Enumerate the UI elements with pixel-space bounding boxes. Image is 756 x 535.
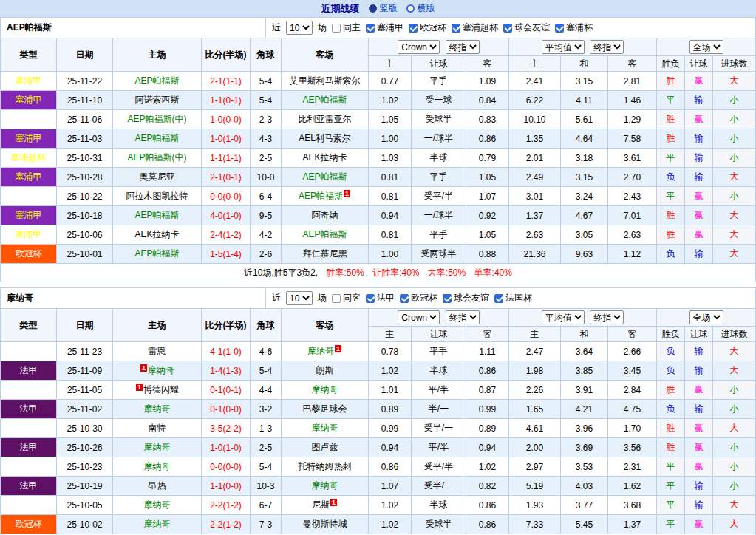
league-filter[interactable]: 塞浦杯 [555, 21, 593, 34]
team-name-link[interactable]: AEP帕福斯 [134, 248, 179, 259]
league-cell[interactable]: 法甲 [1, 438, 57, 457]
team-name-link[interactable]: 南特 [149, 423, 166, 433]
score-cell[interactable]: 0-0(0-0) [202, 457, 251, 477]
team-name-link[interactable]: 昂热 [149, 480, 166, 491]
checkbox-icon[interactable] [494, 294, 503, 303]
team-name-link[interactable]: 曼彻斯特城 [303, 519, 347, 529]
league-cell[interactable]: 欧冠杯 [1, 110, 57, 129]
avg-stage-select[interactable]: 终指 [590, 40, 624, 54]
league-cell[interactable]: 塞浦甲 [1, 168, 57, 187]
team-name-link[interactable]: 摩纳哥 [307, 346, 334, 356]
league-cell[interactable]: 欧冠杯 [1, 245, 57, 264]
team-name-link[interactable]: AEP帕福斯 [134, 210, 179, 220]
team-name-link[interactable]: AEP帕福斯(中) [127, 152, 186, 163]
team-name-link[interactable]: AEK拉纳卡 [302, 152, 347, 163]
score-cell[interactable]: 4-0(1-0) [202, 206, 251, 225]
checkbox-icon[interactable] [366, 294, 375, 303]
league-cell[interactable]: 塞浦甲 [1, 91, 57, 110]
team-name-link[interactable]: 雷恩 [149, 346, 166, 356]
team-name-link[interactable]: AEP帕福斯 [134, 75, 179, 86]
score-cell[interactable]: 1-5(1-4) [202, 245, 251, 264]
league-cell[interactable]: 欧冠杯 [1, 381, 57, 400]
score-cell[interactable]: 0-0(0-0) [202, 187, 251, 206]
league-filter[interactable]: 塞浦超杯 [452, 21, 498, 34]
league-cell[interactable]: 欧冠杯 [1, 515, 57, 534]
odds-stage-select[interactable]: 终指 [446, 40, 480, 54]
league-cell[interactable]: 法甲 [1, 419, 57, 438]
team-name-link[interactable]: 摩纳哥 [312, 384, 338, 395]
odds-source-select[interactable]: Crown [398, 310, 440, 324]
league-filter[interactable]: 欧冠杯 [409, 21, 446, 34]
score-cell[interactable]: 2-4(1-2) [202, 225, 251, 245]
team-name-link[interactable]: 阿奇纳 [312, 210, 338, 220]
team-name-link[interactable]: 摩纳哥 [148, 365, 174, 375]
team-name-link[interactable]: 图卢兹 [312, 442, 338, 452]
checkbox-icon[interactable] [555, 24, 564, 33]
score-cell[interactable]: 1-0(1-0) [202, 438, 251, 457]
league-cell[interactable]: 法甲 [1, 400, 57, 419]
score-cell[interactable]: 1-1(0-0) [202, 477, 251, 496]
league-cell[interactable]: 法甲 [1, 342, 57, 361]
league-cell[interactable]: 欧冠杯 [1, 457, 57, 477]
score-cell[interactable]: 1-1(0-1) [202, 91, 251, 110]
recent-count-select[interactable]: 10 [286, 291, 313, 305]
team-name-link[interactable]: 拜仁慕尼黑 [303, 248, 347, 259]
league-filter[interactable]: 塞浦甲 [366, 21, 403, 34]
checkbox-icon[interactable] [400, 294, 409, 303]
team-name-link[interactable]: 巴黎足球会 [303, 403, 347, 414]
recent-count-select[interactable]: 10 [286, 21, 313, 35]
league-filter[interactable]: 球会友谊 [443, 292, 489, 304]
team-name-link[interactable]: AEP帕福斯 [302, 171, 347, 182]
league-filter[interactable]: 球会友谊 [503, 21, 550, 34]
league-cell[interactable]: 欧冠杯 [1, 187, 57, 206]
team-name-link[interactable]: 博德闪耀 [143, 384, 179, 395]
team-name-link[interactable]: 比利亚雷亚尔 [299, 114, 352, 124]
team-name-link[interactable]: 摩纳哥 [312, 423, 338, 433]
checkbox-icon[interactable] [332, 294, 341, 303]
layout-option-horizontal[interactable]: 横版 [406, 2, 435, 15]
scope-select[interactable]: 全场 [689, 310, 723, 324]
team-name-link[interactable]: AEP帕福斯 [302, 95, 347, 105]
checkbox-icon[interactable] [452, 24, 460, 33]
same-away-filter[interactable]: 同客 [332, 292, 361, 304]
checkbox-icon[interactable] [409, 24, 418, 33]
team-name-link[interactable]: 奥莫尼亚 [140, 171, 175, 182]
team-name-link[interactable]: 托特纳姆热刺 [299, 461, 352, 471]
team-name-link[interactable]: 摩纳哥 [144, 442, 171, 452]
score-cell[interactable]: 3-5(2-2) [202, 419, 251, 438]
league-cell[interactable]: 塞浦甲 [1, 129, 57, 149]
checkbox-icon[interactable] [443, 294, 452, 303]
team-name-link[interactable]: AEL利马索尔 [299, 133, 351, 143]
league-filter[interactable]: 欧冠杯 [400, 292, 437, 304]
league-cell[interactable]: 塞浦超杯 [1, 149, 57, 168]
odds-stage-select[interactable]: 终指 [446, 310, 480, 324]
radio-selected-icon[interactable] [369, 4, 377, 13]
checkbox-icon[interactable] [503, 24, 512, 33]
layout-option-vertical[interactable]: 竖版 [369, 2, 398, 15]
team-name-link[interactable]: 摩纳哥 [144, 519, 171, 529]
team-name-link[interactable]: AEP帕福斯 [302, 229, 347, 239]
score-cell[interactable]: 0-1(0-0) [202, 400, 251, 419]
league-cell[interactable]: 塞浦甲 [1, 72, 57, 91]
team-name-link[interactable]: 阿拉木图凯拉特 [126, 191, 188, 201]
league-cell[interactable]: 法甲 [1, 496, 57, 515]
team-name-link[interactable]: 摩纳哥 [144, 461, 171, 471]
avg-select[interactable]: 平均值 [542, 310, 585, 324]
score-cell[interactable]: 0-1(0-1) [202, 381, 251, 400]
team-name-link[interactable]: 摩纳哥 [144, 500, 171, 510]
league-filter[interactable]: 法国杯 [494, 292, 532, 304]
team-name-link[interactable]: AEP帕福斯 [299, 191, 343, 201]
league-cell[interactable]: 法甲 [1, 477, 57, 496]
league-cell[interactable]: 塞浦甲 [1, 206, 57, 225]
checkbox-icon[interactable] [366, 24, 375, 33]
score-cell[interactable]: 1-1(1-1) [202, 149, 251, 168]
team-name-link[interactable]: 摩纳哥 [144, 403, 171, 414]
team-name-link[interactable]: AEK拉纳卡 [134, 229, 179, 239]
team-name-link[interactable]: 尼斯 [312, 500, 330, 510]
checkbox-icon[interactable] [332, 24, 341, 33]
score-cell[interactable]: 2-2(1-2) [202, 496, 251, 515]
team-name-link[interactable]: 阿诺索西斯 [135, 95, 180, 105]
team-name-link[interactable]: 艾里斯利马斯索尔 [290, 75, 361, 86]
score-cell[interactable]: 2-1(1-1) [202, 72, 251, 91]
avg-stage-select[interactable]: 终指 [590, 310, 624, 324]
